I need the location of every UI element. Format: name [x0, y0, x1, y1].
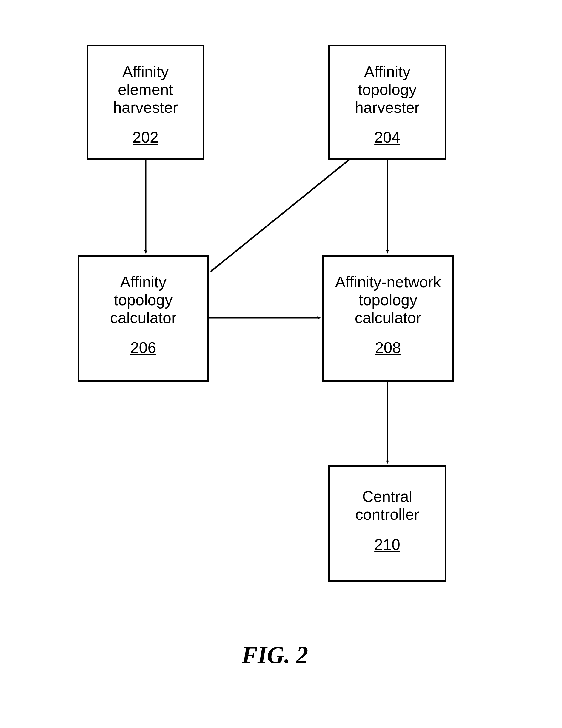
box-number: 202: [132, 128, 158, 146]
box-number: 204: [374, 128, 400, 146]
box-label: Affinity element harvester: [113, 63, 178, 116]
box-affinity-topology-harvester: Affinity topology harvester 204: [328, 45, 446, 160]
box-affinity-element-harvester: Affinity element harvester 202: [87, 45, 204, 160]
box-number: 208: [375, 339, 401, 357]
diagram-page: Affinity element harvester 202 Affinity …: [0, 0, 562, 728]
box-affinity-topology-calculator: Affinity topology calculator 206: [78, 255, 209, 382]
box-label: Affinity topology harvester: [355, 63, 420, 116]
box-affinity-network-topology-calculator: Affinity-network topology calculator 208: [322, 255, 454, 382]
box-label: Affinity topology calculator: [110, 273, 177, 327]
figure-caption: FIG. 2: [242, 641, 308, 669]
box-label: Central controller: [356, 488, 419, 524]
arrow-204-to-206: [211, 160, 349, 272]
box-central-controller: Central controller 210: [328, 465, 446, 582]
box-number: 210: [374, 536, 400, 553]
box-number: 206: [130, 339, 156, 357]
box-label: Affinity-network topology calculator: [335, 273, 441, 327]
